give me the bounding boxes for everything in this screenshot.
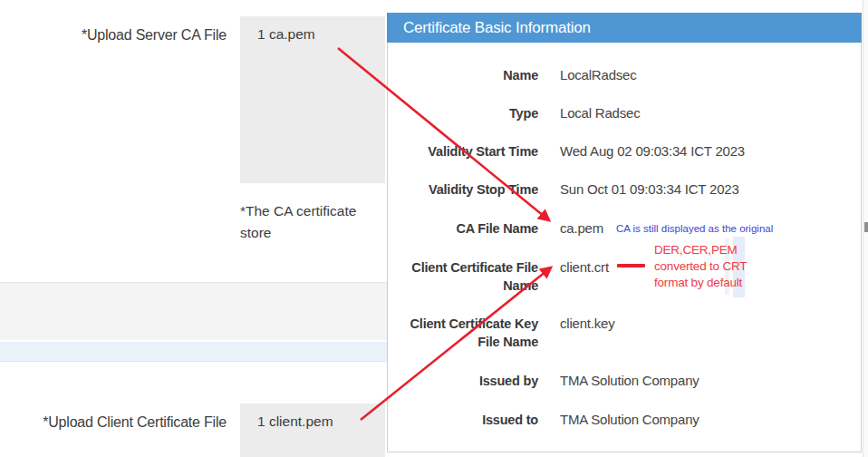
field-label-client-cert-file: Client Certificate File Name bbox=[388, 258, 538, 295]
ca-note-line2: store bbox=[240, 222, 394, 244]
form-row-highlight bbox=[0, 342, 388, 362]
field-row-client-cert-key: Client Certificate Key File Name client.… bbox=[388, 315, 861, 351]
field-row-ca-file-name: CA File Name ca.pem CA is still displaye… bbox=[388, 219, 861, 238]
certificate-basic-info-dialog: Certificate Basic Information Name Local… bbox=[387, 13, 862, 452]
field-value-type: Local Radsec bbox=[560, 104, 641, 122]
client-cert-file-box[interactable]: 1 client.pem bbox=[240, 404, 385, 457]
upload-client-cert-label: *Upload Client Certificate File bbox=[0, 414, 227, 431]
vertical-scrollbar[interactable] bbox=[863, 0, 868, 457]
field-value-name: LocalRadsec bbox=[560, 66, 637, 84]
form-section-band bbox=[0, 282, 388, 340]
server-ca-file-box[interactable]: 1 ca.pem bbox=[240, 16, 385, 183]
field-value-issued-by: TMA Solution Company bbox=[560, 372, 699, 390]
field-value-client-cert-key: client.key bbox=[560, 315, 615, 333]
field-label-issued-to: Issued to bbox=[388, 411, 538, 429]
dialog-title: Certificate Basic Information bbox=[387, 13, 862, 43]
field-label-client-cert-key: Client Certificate Key File Name bbox=[388, 315, 538, 351]
field-row-name: Name LocalRadsec bbox=[388, 66, 861, 84]
scrollbar-thumb[interactable] bbox=[864, 222, 868, 232]
ca-file-annotation: CA is still displayed as the original bbox=[616, 219, 773, 238]
field-value-issued-to: TMA Solution Company bbox=[560, 411, 699, 429]
field-label-ca-file-name: CA File Name bbox=[388, 219, 538, 238]
field-label-name: Name bbox=[388, 66, 538, 84]
upload-server-ca-label: *Upload Server CA File bbox=[0, 27, 227, 44]
ca-certificate-note: *The CA certificate store bbox=[240, 200, 394, 244]
field-value-client-cert-file: client.crt bbox=[560, 258, 609, 277]
field-value-validity-start: Wed Aug 02 09:03:34 ICT 2023 bbox=[560, 142, 745, 160]
field-row-validity-start: Validity Start Time Wed Aug 02 09:03:34 … bbox=[388, 142, 861, 160]
server-ca-file-name: 1 ca.pem bbox=[240, 16, 385, 43]
field-row-issued-to: Issued to TMA Solution Company bbox=[388, 411, 861, 429]
field-row-client-cert-file: Client Certificate File Name client.crt bbox=[388, 258, 861, 295]
field-value-ca-file-name: ca.pem bbox=[560, 219, 603, 238]
ca-note-line1: *The CA certificate bbox=[240, 200, 394, 222]
field-label-validity-stop: Validity Stop Time bbox=[388, 180, 538, 199]
field-row-validity-stop: Validity Stop Time Sun Oct 01 09:03:34 I… bbox=[388, 180, 861, 199]
field-row-issued-by: Issued by TMA Solution Company bbox=[388, 372, 861, 390]
field-value-validity-stop: Sun Oct 01 09:03:34 ICT 2023 bbox=[560, 180, 739, 199]
field-label-issued-by: Issued by bbox=[388, 372, 538, 390]
client-cert-file-name: 1 client.pem bbox=[240, 404, 385, 430]
field-label-type: Type bbox=[388, 104, 538, 122]
field-label-validity-start: Validity Start Time bbox=[388, 142, 538, 160]
field-row-type: Type Local Radsec bbox=[388, 104, 861, 122]
